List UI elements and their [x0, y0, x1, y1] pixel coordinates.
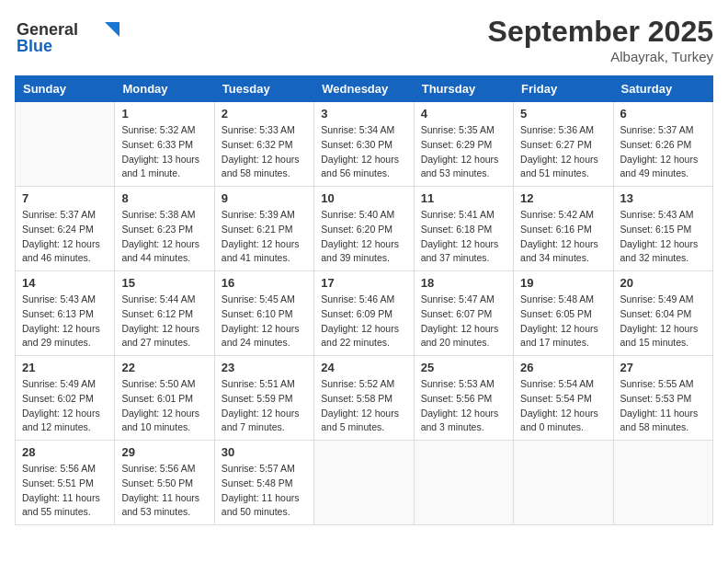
day-number: 9 [222, 191, 307, 205]
day-number: 28 [22, 445, 108, 459]
day-number: 21 [22, 361, 108, 374]
calendar-cell: 23Sunrise: 5:51 AMSunset: 5:59 PMDayligh… [214, 356, 313, 441]
calendar-week-row: 7Sunrise: 5:37 AMSunset: 6:24 PMDaylight… [16, 187, 713, 271]
calendar-cell: 24Sunrise: 5:52 AMSunset: 5:58 PMDayligh… [314, 356, 414, 441]
calendar-cell [16, 102, 115, 187]
day-info: Sunrise: 5:45 AMSunset: 6:10 PMDaylight:… [222, 293, 307, 350]
day-number: 29 [121, 445, 207, 459]
weekday-header: Wednesday [314, 76, 414, 102]
calendar-cell: 1Sunrise: 5:32 AMSunset: 6:33 PMDaylight… [115, 102, 214, 187]
svg-marker-1 [105, 22, 119, 37]
day-number: 16 [222, 276, 307, 290]
day-number: 5 [520, 107, 606, 121]
calendar-cell: 6Sunrise: 5:37 AMSunset: 6:26 PMDaylight… [613, 102, 712, 187]
day-info: Sunrise: 5:40 AMSunset: 6:20 PMDaylight:… [321, 208, 406, 266]
day-info: Sunrise: 5:47 AMSunset: 6:07 PMDaylight:… [421, 293, 506, 350]
calendar-cell: 18Sunrise: 5:47 AMSunset: 6:07 PMDayligh… [414, 271, 513, 356]
day-number: 23 [222, 361, 307, 374]
calendar-week-row: 21Sunrise: 5:49 AMSunset: 6:02 PMDayligh… [16, 356, 713, 441]
day-info: Sunrise: 5:56 AMSunset: 5:51 PMDaylight:… [22, 462, 108, 520]
day-number: 8 [121, 191, 207, 205]
calendar-cell: 25Sunrise: 5:53 AMSunset: 5:56 PMDayligh… [414, 356, 513, 441]
calendar-cell: 13Sunrise: 5:43 AMSunset: 6:15 PMDayligh… [613, 187, 712, 271]
day-info: Sunrise: 5:44 AMSunset: 6:12 PMDaylight:… [121, 293, 207, 350]
logo-image: General Blue [15, 15, 125, 55]
weekday-header: Thursday [414, 76, 513, 102]
day-info: Sunrise: 5:35 AMSunset: 6:29 PMDaylight:… [421, 123, 506, 181]
day-info: Sunrise: 5:57 AMSunset: 5:48 PMDaylight:… [222, 462, 307, 520]
day-number: 15 [121, 276, 207, 290]
day-info: Sunrise: 5:55 AMSunset: 5:53 PMDaylight:… [620, 377, 706, 435]
day-info: Sunrise: 5:39 AMSunset: 6:21 PMDaylight:… [222, 208, 307, 266]
svg-text:General: General [17, 20, 78, 39]
day-number: 27 [620, 361, 706, 374]
calendar-week-row: 28Sunrise: 5:56 AMSunset: 5:51 PMDayligh… [16, 441, 713, 525]
calendar-cell: 11Sunrise: 5:41 AMSunset: 6:18 PMDayligh… [414, 187, 513, 271]
day-number: 30 [222, 445, 307, 459]
day-number: 18 [421, 276, 506, 290]
calendar-table: SundayMondayTuesdayWednesdayThursdayFrid… [15, 75, 713, 525]
calendar-cell: 19Sunrise: 5:48 AMSunset: 6:05 PMDayligh… [514, 271, 613, 356]
calendar-cell: 27Sunrise: 5:55 AMSunset: 5:53 PMDayligh… [613, 356, 712, 441]
day-number: 12 [520, 191, 606, 205]
day-number: 25 [421, 361, 506, 374]
calendar-cell: 26Sunrise: 5:54 AMSunset: 5:54 PMDayligh… [514, 356, 613, 441]
weekday-header: Saturday [613, 76, 712, 102]
calendar-week-row: 1Sunrise: 5:32 AMSunset: 6:33 PMDaylight… [16, 102, 713, 187]
calendar-cell: 9Sunrise: 5:39 AMSunset: 6:21 PMDaylight… [214, 187, 313, 271]
day-info: Sunrise: 5:42 AMSunset: 6:16 PMDaylight:… [520, 208, 606, 266]
day-number: 4 [421, 107, 506, 121]
calendar-cell: 17Sunrise: 5:46 AMSunset: 6:09 PMDayligh… [314, 271, 414, 356]
calendar-cell: 2Sunrise: 5:33 AMSunset: 6:32 PMDaylight… [214, 102, 313, 187]
day-info: Sunrise: 5:38 AMSunset: 6:23 PMDaylight:… [121, 208, 207, 266]
title-block: September 2025 Albayrak, Turkey [488, 15, 713, 64]
day-info: Sunrise: 5:56 AMSunset: 5:50 PMDaylight:… [121, 462, 207, 520]
calendar-cell: 29Sunrise: 5:56 AMSunset: 5:50 PMDayligh… [115, 441, 214, 525]
month-title: September 2025 [488, 15, 713, 49]
day-number: 1 [121, 107, 207, 121]
weekday-header: Monday [115, 76, 214, 102]
calendar-cell: 12Sunrise: 5:42 AMSunset: 6:16 PMDayligh… [514, 187, 613, 271]
day-number: 10 [321, 191, 406, 205]
calendar-cell: 22Sunrise: 5:50 AMSunset: 6:01 PMDayligh… [115, 356, 214, 441]
day-info: Sunrise: 5:50 AMSunset: 6:01 PMDaylight:… [121, 377, 207, 435]
calendar-cell: 14Sunrise: 5:43 AMSunset: 6:13 PMDayligh… [16, 271, 115, 356]
day-info: Sunrise: 5:51 AMSunset: 5:59 PMDaylight:… [222, 377, 307, 435]
day-info: Sunrise: 5:43 AMSunset: 6:15 PMDaylight:… [620, 208, 706, 266]
day-info: Sunrise: 5:53 AMSunset: 5:56 PMDaylight:… [421, 377, 506, 435]
day-info: Sunrise: 5:43 AMSunset: 6:13 PMDaylight:… [22, 293, 108, 350]
weekday-header: Friday [514, 76, 613, 102]
calendar-cell: 30Sunrise: 5:57 AMSunset: 5:48 PMDayligh… [214, 441, 313, 525]
day-info: Sunrise: 5:34 AMSunset: 6:30 PMDaylight:… [321, 123, 406, 181]
logo: General Blue [15, 15, 125, 55]
calendar-week-row: 14Sunrise: 5:43 AMSunset: 6:13 PMDayligh… [16, 271, 713, 356]
day-number: 22 [121, 361, 207, 374]
day-number: 26 [520, 361, 606, 374]
day-info: Sunrise: 5:48 AMSunset: 6:05 PMDaylight:… [520, 293, 606, 350]
day-info: Sunrise: 5:46 AMSunset: 6:09 PMDaylight:… [321, 293, 406, 350]
calendar-cell: 3Sunrise: 5:34 AMSunset: 6:30 PMDaylight… [314, 102, 414, 187]
day-info: Sunrise: 5:54 AMSunset: 5:54 PMDaylight:… [520, 377, 606, 435]
day-number: 24 [321, 361, 406, 374]
weekday-header: Sunday [16, 76, 115, 102]
calendar-cell: 8Sunrise: 5:38 AMSunset: 6:23 PMDaylight… [115, 187, 214, 271]
location: Albayrak, Turkey [488, 49, 713, 64]
day-info: Sunrise: 5:41 AMSunset: 6:18 PMDaylight:… [421, 208, 506, 266]
calendar-cell: 15Sunrise: 5:44 AMSunset: 6:12 PMDayligh… [115, 271, 214, 356]
day-number: 6 [620, 107, 706, 121]
day-number: 14 [22, 276, 108, 290]
calendar-cell [314, 441, 414, 525]
day-info: Sunrise: 5:52 AMSunset: 5:58 PMDaylight:… [321, 377, 406, 435]
calendar-cell: 20Sunrise: 5:49 AMSunset: 6:04 PMDayligh… [613, 271, 712, 356]
calendar-cell: 4Sunrise: 5:35 AMSunset: 6:29 PMDaylight… [414, 102, 513, 187]
day-info: Sunrise: 5:37 AMSunset: 6:26 PMDaylight:… [620, 123, 706, 181]
calendar-cell [514, 441, 613, 525]
page-header: General Blue September 2025 Albayrak, Tu… [15, 15, 713, 64]
day-number: 19 [520, 276, 606, 290]
weekday-header: Tuesday [214, 76, 313, 102]
day-number: 13 [620, 191, 706, 205]
calendar-cell: 7Sunrise: 5:37 AMSunset: 6:24 PMDaylight… [16, 187, 115, 271]
day-number: 3 [321, 107, 406, 121]
day-info: Sunrise: 5:32 AMSunset: 6:33 PMDaylight:… [121, 123, 207, 181]
svg-text:Blue: Blue [17, 37, 52, 55]
